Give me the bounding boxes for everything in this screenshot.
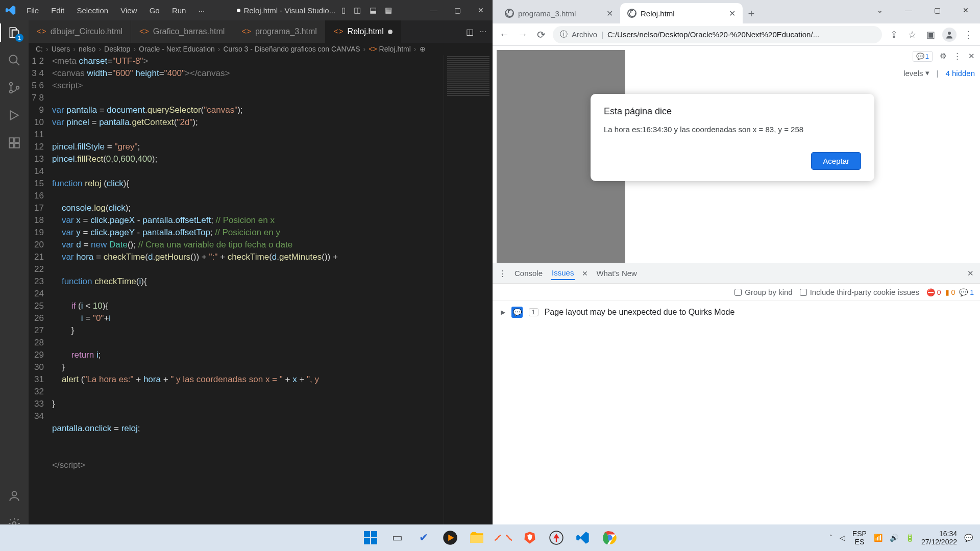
chrome-tabsearch-icon[interactable]: ⌄ (866, 0, 894, 20)
devtools-tab-whatsnew[interactable]: What's New (595, 267, 638, 280)
crumb[interactable]: Curso 3 - Diseñando graficos con CANVAS (223, 45, 360, 53)
new-tab-button[interactable]: + (743, 5, 760, 22)
tab-programa-3[interactable]: <>programa_3.html (233, 20, 326, 43)
third-party-cookies-checkbox[interactable]: Include third-party cookie issues (800, 288, 919, 296)
chrome-tab-programa3[interactable]: programa_3.html ✕ (498, 3, 620, 23)
chrome-tab-reloj[interactable]: Reloj.html ✕ (620, 3, 743, 23)
issue-row[interactable]: ▶ 💬 1 Page layout may be unexpected due … (493, 300, 980, 323)
chrome-taskbar-icon[interactable] (599, 527, 620, 548)
expand-icon[interactable]: ▶ (501, 309, 505, 316)
menu-run[interactable]: Run (167, 6, 191, 15)
tab-dibujar-circulo[interactable]: <>dibujar_Circulo.html (29, 20, 131, 43)
devtools-tab-console[interactable]: Console (513, 267, 544, 280)
crumb[interactable]: nelso (79, 45, 95, 53)
vscode-titlebar: File Edit Selection View Go Run ··· Relo… (0, 0, 493, 20)
log-levels-dropdown[interactable]: levels ▾ (903, 68, 929, 78)
tab-grafico-barras[interactable]: <>Grafico_barras.html (131, 20, 233, 43)
vscode-taskbar-icon[interactable] (572, 527, 594, 548)
start-button[interactable] (360, 527, 381, 548)
minimap[interactable] (444, 55, 493, 537)
brave-icon[interactable] (519, 527, 541, 548)
menu-view[interactable]: View (115, 6, 142, 15)
window-controls: — ▢ ✕ (422, 6, 493, 14)
media-player-icon[interactable] (439, 527, 461, 548)
bookmark-icon[interactable]: ☆ (905, 29, 919, 40)
run-debug-icon[interactable] (7, 108, 21, 122)
explorer-icon[interactable]: 1 (7, 26, 21, 40)
notifications-tray-icon[interactable]: 💬 (964, 534, 973, 542)
devtools-close-panel-icon[interactable]: ✕ (967, 269, 974, 278)
split-bottom-icon[interactable]: ⬓ (366, 6, 380, 14)
search-icon[interactable] (7, 53, 21, 67)
split-left-icon[interactable]: ◫ (351, 6, 364, 14)
volume-icon[interactable]: 🔊 (890, 534, 898, 542)
share-icon[interactable]: ⇪ (887, 29, 900, 40)
issue-kind-icon: 💬 (511, 307, 523, 318)
tab-reloj[interactable]: <>Reloj.html (326, 20, 401, 43)
reload-button[interactable]: ⟳ (534, 29, 548, 41)
language-indicator[interactable]: ESPES (852, 530, 867, 546)
accounts-icon[interactable] (7, 489, 21, 503)
extensions-icon[interactable] (7, 136, 21, 150)
file-explorer-icon[interactable] (466, 527, 487, 548)
menu-go[interactable]: Go (144, 6, 165, 15)
breadcrumbs[interactable]: C:› Users› nelso› Desktop› Oracle - Next… (29, 43, 493, 55)
breadcrumb-more-icon[interactable]: ⊕ (420, 45, 426, 53)
todo-app-icon[interactable]: ✔ (413, 527, 434, 548)
more-actions-icon[interactable]: ··· (480, 27, 486, 36)
devtools-tab-issues[interactable]: Issues (551, 266, 575, 280)
code-content[interactable]: <meta charset="UTF-8"> <canvas width="60… (52, 55, 444, 537)
crumb[interactable]: Reloj.html (379, 45, 411, 53)
app-icon-1[interactable]: ⟋⟍ (493, 527, 514, 548)
profile-avatar[interactable] (942, 28, 957, 42)
tray-overflow-icon[interactable]: ˄ (829, 534, 832, 542)
location-icon[interactable]: ◁ (840, 534, 845, 542)
menu-edit[interactable]: Edit (46, 6, 69, 15)
tab-close-icon[interactable]: ✕ (606, 9, 613, 18)
devtools-tab-close-icon[interactable]: ✕ (582, 269, 588, 278)
menu-more[interactable]: ··· (193, 6, 210, 15)
devtools-more-icon[interactable]: ⋮ (953, 52, 961, 61)
layout-icons[interactable]: ▯ ◫ ⬓ ▦ (338, 6, 395, 15)
crumb[interactable]: Oracle - Next Education (139, 45, 215, 53)
info-icon[interactable]: ⓘ (560, 30, 568, 39)
group-by-kind-checkbox[interactable]: Group by kind (734, 288, 792, 296)
vscode-logo (0, 5, 21, 16)
devtools-settings-icon[interactable]: ⚙ (940, 52, 946, 61)
chrome-menu-icon[interactable]: ⋮ (962, 29, 975, 40)
forward-button[interactable]: → (516, 29, 529, 40)
source-control-icon[interactable] (7, 81, 21, 95)
chrome-minimize-button[interactable]: — (894, 0, 923, 20)
task-view-icon[interactable]: ▭ (386, 527, 408, 548)
menu-file[interactable]: File (21, 6, 44, 15)
alert-accept-button[interactable]: Aceptar (811, 152, 861, 170)
toggle-panel-icon[interactable]: ▯ (338, 6, 349, 14)
crumb[interactable]: C: (36, 45, 43, 53)
chat-badge[interactable]: 💬 1 (913, 51, 933, 62)
address-bar[interactable]: ⓘ Archivo | C:/Users/nelso/Desktop/Oracl… (553, 26, 882, 43)
maximize-button[interactable]: ▢ (446, 6, 469, 14)
svg-rect-7 (15, 143, 19, 148)
svg-point-1 (10, 83, 12, 85)
devtools-issues-toolbar: Group by kind Include third-party cookie… (493, 283, 980, 300)
chrome-maximize-button[interactable]: ▢ (923, 0, 951, 20)
crumb[interactable]: Users (52, 45, 70, 53)
crumb[interactable]: Desktop (104, 45, 130, 53)
code-editor[interactable]: 1 2 3 4 5 6 7 8 9 10 11 12 13 14 15 16 1… (29, 55, 493, 537)
close-button[interactable]: ✕ (469, 6, 493, 14)
tab-close-icon[interactable]: ✕ (729, 9, 736, 18)
devtools-close-icon[interactable]: ✕ (968, 52, 975, 61)
back-button[interactable]: ← (498, 29, 511, 40)
sidepanel-icon[interactable]: ▣ (924, 29, 937, 40)
layout-grid-icon[interactable]: ▦ (382, 6, 395, 14)
battery-icon[interactable]: 🔋 (905, 534, 914, 542)
chrome-close-button[interactable]: ✕ (951, 0, 980, 20)
split-editor-icon[interactable]: ◫ (466, 27, 474, 37)
minimize-button[interactable]: — (422, 6, 446, 14)
clock[interactable]: 16:3427/12/2022 (921, 530, 957, 546)
wifi-icon[interactable]: 📶 (874, 534, 883, 542)
hidden-count[interactable]: 4 hidden (945, 69, 975, 78)
devtools-menu-icon[interactable]: ⋮ (499, 269, 506, 278)
yandex-icon[interactable] (546, 527, 567, 548)
menu-selection[interactable]: Selection (71, 6, 113, 15)
